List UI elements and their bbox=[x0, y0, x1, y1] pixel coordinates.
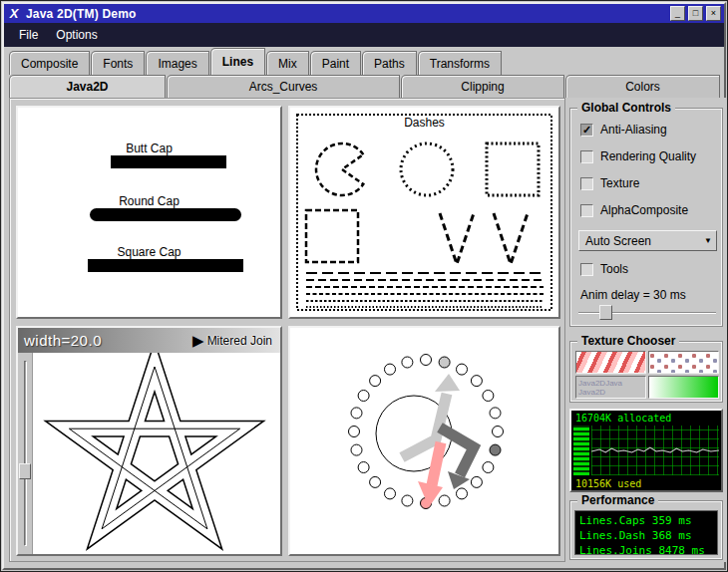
round-cap-label: Round Cap bbox=[18, 194, 280, 208]
checkbox-alpha-composite[interactable]: AlphaComposite bbox=[580, 201, 688, 219]
global-controls-group: Global Controls ✓ Anti-Aliasing Renderin… bbox=[569, 108, 723, 327]
demo-tab-row: Composite Fonts Images Lines Mix Paint P… bbox=[9, 48, 502, 75]
caps-demo-panel: Butt Cap Round Cap Square Cap bbox=[16, 106, 282, 319]
checkbox-icon[interactable]: ✓ bbox=[580, 124, 593, 137]
memory-history-graph bbox=[591, 426, 719, 475]
titlebar[interactable]: X Java 2D(TM) Demo _ □ × bbox=[4, 4, 724, 23]
butt-cap-bar bbox=[111, 155, 226, 168]
performance-readout: Lines.Caps 359 ms Lines.Dash 368 ms Line… bbox=[574, 510, 718, 555]
texture-swatch-green-gradient[interactable] bbox=[648, 376, 719, 399]
menu-options[interactable]: Options bbox=[47, 24, 106, 46]
checkbox-rendering-quality[interactable]: Rendering Quality bbox=[580, 147, 696, 165]
tab-images[interactable]: Images bbox=[146, 51, 208, 75]
checkbox-label: AlphaComposite bbox=[600, 203, 688, 217]
window-frame: X Java 2D(TM) Demo _ □ × File Options Co… bbox=[0, 0, 728, 572]
maximize-button[interactable]: □ bbox=[688, 6, 703, 21]
tab-colors[interactable]: Colors bbox=[565, 75, 720, 98]
texture-text-line: Java2D bbox=[578, 388, 645, 397]
dashes-title: Dashes bbox=[290, 116, 558, 130]
texture-swatch-pattern[interactable] bbox=[648, 351, 719, 374]
checkbox-icon[interactable] bbox=[580, 150, 593, 163]
joins-demo-panel: width=20.0 ▶ Mitered Join bbox=[16, 326, 282, 556]
tab-java2d[interactable]: Java2D bbox=[9, 75, 166, 98]
dashed-arc-shape bbox=[316, 143, 363, 195]
dotted-circle-shape bbox=[401, 143, 453, 195]
slider-thumb[interactable] bbox=[19, 463, 31, 479]
dashes-demo-panel: Dashes bbox=[288, 106, 560, 319]
tab-clipping[interactable]: Clipping bbox=[401, 75, 564, 98]
stroke-width-label: width=20.0 bbox=[24, 332, 102, 349]
dashed-vee-shape bbox=[440, 213, 474, 264]
memory-usage-bars bbox=[573, 426, 589, 475]
screen-select-value: Auto Screen bbox=[579, 234, 700, 248]
texture-swatch-gradient[interactable] bbox=[575, 351, 646, 374]
checkbox-label: Texture bbox=[600, 176, 639, 190]
square-cap-label: Square Cap bbox=[18, 245, 280, 259]
texture-swatch-text[interactable]: Java2DJava Java2D bbox=[575, 376, 646, 399]
x11-window-icon: X bbox=[4, 6, 24, 21]
dark-gray-arrow bbox=[440, 428, 474, 475]
tab-arcs-curves[interactable]: Arcs_Curves bbox=[167, 75, 400, 98]
highlight-dot bbox=[439, 357, 450, 368]
joins-anim-drawing bbox=[290, 328, 558, 554]
global-controls-title: Global Controls bbox=[577, 101, 675, 115]
checkbox-label: Anti-Aliasing bbox=[600, 123, 667, 137]
anim-delay-label: Anim delay = 30 ms bbox=[580, 288, 686, 302]
memory-monitor-body bbox=[571, 426, 721, 475]
tab-fonts[interactable]: Fonts bbox=[91, 51, 145, 75]
texture-text-line: Java2DJava bbox=[578, 379, 645, 388]
checkbox-label: Tools bbox=[600, 262, 628, 276]
performance-line: Lines.Joins 8478 ms bbox=[579, 543, 713, 558]
stroke-width-slider[interactable] bbox=[18, 353, 33, 554]
checkbox-icon[interactable] bbox=[580, 204, 593, 217]
demo-grid: Butt Cap Round Cap Square Cap bbox=[9, 98, 565, 562]
check-mark: ✓ bbox=[582, 124, 591, 136]
memory-waveform bbox=[591, 426, 719, 475]
menu-file[interactable]: File bbox=[10, 24, 47, 46]
join-type-label: Mitered Join bbox=[207, 334, 272, 348]
chevron-down-icon[interactable]: ▼ bbox=[700, 236, 716, 245]
close-button[interactable]: × bbox=[706, 6, 721, 21]
texture-swatch-grid: Java2DJava Java2D bbox=[575, 351, 719, 399]
sidebar: Global Controls ✓ Anti-Aliasing Renderin… bbox=[567, 98, 726, 562]
memory-used: 10156K used bbox=[575, 478, 721, 489]
group-tab-row: Java2D Arcs_Curves Clipping Colors bbox=[9, 75, 720, 98]
performance-line: Lines.Dash 368 ms bbox=[579, 528, 713, 543]
tab-paint[interactable]: Paint bbox=[310, 51, 361, 75]
checkbox-icon[interactable] bbox=[580, 263, 593, 276]
checkbox-icon[interactable] bbox=[580, 177, 593, 190]
performance-line: Lines.Caps 359 ms bbox=[579, 513, 713, 528]
checkbox-tools[interactable]: Tools bbox=[580, 260, 628, 278]
joins-anim-panel bbox=[288, 326, 560, 556]
butt-cap-label: Butt Cap bbox=[18, 142, 280, 155]
dark-dot bbox=[490, 444, 501, 455]
tab-transforms[interactable]: Transforms bbox=[418, 51, 502, 75]
checkbox-label: Rendering Quality bbox=[600, 149, 696, 163]
mitered-join-arrow-icon: ▶ bbox=[192, 333, 204, 348]
slider-track[interactable] bbox=[24, 361, 27, 546]
screen-select[interactable]: Auto Screen ▼ bbox=[578, 230, 717, 251]
menubar: File Options bbox=[4, 23, 724, 47]
dashed-square-shape bbox=[306, 210, 358, 262]
tab-composite[interactable]: Composite bbox=[9, 51, 90, 75]
star-stroke-drawing bbox=[33, 353, 280, 554]
window-title: Java 2D(TM) Demo bbox=[24, 7, 670, 21]
dashes-drawing bbox=[290, 108, 558, 317]
joins-header: width=20.0 ▶ Mitered Join bbox=[18, 328, 280, 353]
dotted-square-shape bbox=[487, 143, 539, 195]
round-cap-bar bbox=[90, 208, 241, 221]
checkbox-texture[interactable]: Texture bbox=[580, 174, 639, 192]
tab-paths[interactable]: Paths bbox=[362, 51, 417, 75]
slider-thumb[interactable] bbox=[599, 305, 612, 320]
texture-chooser-group: Texture Chooser Java2DJava Java2D bbox=[569, 341, 723, 403]
square-cap-bar bbox=[88, 259, 243, 272]
tab-lines[interactable]: Lines bbox=[210, 48, 265, 75]
minimize-button[interactable]: _ bbox=[670, 6, 685, 21]
performance-title: Performance bbox=[577, 493, 658, 507]
memory-allocated: 16704K allocated bbox=[575, 413, 721, 424]
checkbox-anti-aliasing[interactable]: ✓ Anti-Aliasing bbox=[580, 121, 667, 139]
tab-mix[interactable]: Mix bbox=[266, 51, 309, 75]
light-gray-arrowhead bbox=[435, 374, 460, 392]
memory-monitor[interactable]: 16704K allocated 10156K used bbox=[569, 409, 723, 492]
anim-delay-slider[interactable] bbox=[576, 304, 718, 322]
